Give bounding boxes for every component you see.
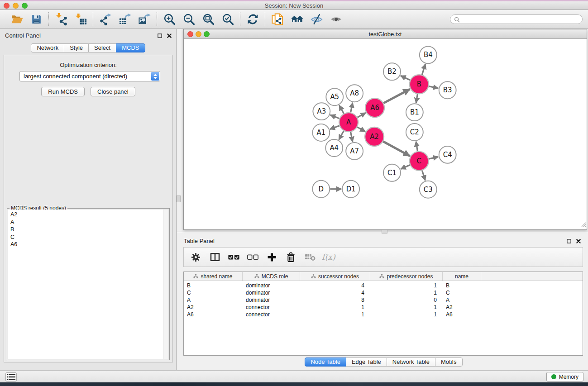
- node-A[interactable]: A: [339, 113, 358, 132]
- import-table-button[interactable]: [74, 12, 87, 26]
- close-window-button[interactable]: [4, 3, 10, 9]
- edge-A6-B[interactable]: [383, 89, 410, 103]
- mcds-result-item[interactable]: A2: [10, 211, 168, 219]
- node-A4[interactable]: A4: [325, 139, 343, 157]
- export-image-button[interactable]: [138, 12, 151, 26]
- tab-network-table[interactable]: Network Table: [387, 357, 435, 367]
- table-row[interactable]: Adominator80A: [184, 296, 583, 304]
- edge-C-C3[interactable]: [422, 171, 425, 181]
- table-settings-button[interactable]: [188, 250, 203, 264]
- edge-B-B4[interactable]: [422, 64, 425, 75]
- network-window-titlebar[interactable]: testGlobe.txt: [184, 29, 587, 39]
- mcds-result-item[interactable]: A6: [10, 241, 168, 248]
- tab-node-table[interactable]: Node Table: [305, 357, 346, 367]
- node-D1[interactable]: D1: [342, 181, 359, 198]
- node-B1[interactable]: B1: [406, 104, 423, 121]
- function-builder-button[interactable]: f(x): [321, 250, 336, 264]
- column-header-predecessor-nodes[interactable]: predecessor nodes: [370, 272, 443, 281]
- edge-C-C2[interactable]: [416, 142, 417, 152]
- network-minimize-button[interactable]: [196, 31, 201, 37]
- node-A7[interactable]: A7: [346, 143, 363, 160]
- node-A8[interactable]: A8: [346, 85, 363, 102]
- export-network-button[interactable]: [99, 12, 112, 26]
- optimization-criterion-select[interactable]: largest connected component (directed): [19, 71, 160, 81]
- vertical-splitter-grip[interactable]: [177, 195, 181, 202]
- new-network-from-selection-button[interactable]: [271, 12, 284, 26]
- edge-A-A7[interactable]: [351, 132, 353, 142]
- apply-layout-button[interactable]: [246, 12, 259, 26]
- zoom-window-button[interactable]: [22, 3, 28, 9]
- float-table-panel-icon[interactable]: [566, 238, 572, 244]
- search-input[interactable]: [450, 14, 583, 24]
- tab-select[interactable]: Select: [88, 43, 116, 52]
- save-session-button[interactable]: [29, 12, 43, 26]
- network-zoom-button[interactable]: [204, 31, 210, 37]
- node-B[interactable]: B: [410, 75, 429, 94]
- minimize-window-button[interactable]: [13, 3, 19, 9]
- mcds-result-list[interactable]: A2ABCA6: [8, 210, 168, 359]
- tab-mcds[interactable]: MCDS: [116, 43, 145, 52]
- network-canvas[interactable]: B4B2BB3A8A5A6A3B1AA1C2A2A4A7C4CC1C3DD1: [184, 39, 587, 229]
- network-graph[interactable]: B4B2BB3A8A5A6A3B1AA1C2A2A4A7C4CC1C3DD1: [184, 39, 587, 229]
- memory-button[interactable]: Memory: [546, 372, 583, 381]
- node-A6[interactable]: A6: [365, 98, 384, 117]
- import-network-button[interactable]: [54, 12, 68, 26]
- show-tasks-button[interactable]: [5, 372, 17, 381]
- zoom-in-button[interactable]: [163, 12, 176, 26]
- eye-slash-button[interactable]: [310, 12, 323, 26]
- node-B2[interactable]: B2: [383, 63, 401, 80]
- eye-button[interactable]: [329, 12, 343, 26]
- tab-style[interactable]: Style: [64, 43, 89, 52]
- node-A5[interactable]: A5: [326, 88, 343, 105]
- delete-table-button[interactable]: [302, 250, 317, 264]
- edge-A-A5[interactable]: [339, 105, 344, 114]
- node-C3[interactable]: C3: [420, 181, 437, 198]
- mcds-result-item[interactable]: B: [10, 226, 168, 234]
- edge-B-B1[interactable]: [416, 94, 417, 103]
- mcds-result-item[interactable]: C: [10, 234, 168, 241]
- edge-A-A8[interactable]: [351, 103, 353, 113]
- edge-A-A4[interactable]: [339, 131, 344, 139]
- zoom-fit-button[interactable]: [201, 12, 215, 26]
- table-row[interactable]: A2connector11A2: [184, 304, 583, 311]
- node-C[interactable]: C: [410, 152, 429, 171]
- tab-motifs[interactable]: Motifs: [435, 357, 463, 367]
- close-table-panel-icon[interactable]: [576, 238, 581, 244]
- node-A3[interactable]: A3: [313, 103, 330, 120]
- column-header-successor-nodes[interactable]: successor nodes: [300, 272, 370, 281]
- export-table-button[interactable]: [118, 12, 132, 26]
- unselect-all-columns-button[interactable]: [245, 250, 260, 264]
- zoom-selected-button[interactable]: [221, 12, 234, 26]
- edge-C-C4[interactable]: [429, 157, 438, 159]
- node-B4[interactable]: B4: [420, 46, 437, 63]
- node-D[interactable]: D: [312, 181, 330, 198]
- tab-network[interactable]: Network: [31, 43, 64, 52]
- table-row[interactable]: Cdominator41C: [184, 289, 583, 296]
- result-scrollbar[interactable]: [163, 210, 168, 359]
- resize-grip-icon[interactable]: [580, 221, 586, 229]
- table-row[interactable]: A6connector11A6: [184, 311, 583, 318]
- create-column-button[interactable]: [264, 250, 279, 264]
- edge-A-A6[interactable]: [357, 113, 366, 117]
- close-panel-button[interactable]: Close panel: [91, 87, 135, 96]
- node-A1[interactable]: A1: [312, 124, 330, 141]
- edge-B-B2[interactable]: [401, 76, 410, 80]
- edge-A-A2[interactable]: [357, 127, 365, 132]
- node-A2[interactable]: A2: [365, 127, 384, 146]
- run-mcds-button[interactable]: Run MCDS: [41, 87, 85, 96]
- edge-C-C1[interactable]: [401, 165, 410, 169]
- node-C1[interactable]: C1: [383, 164, 401, 181]
- delete-columns-button[interactable]: [283, 250, 298, 264]
- edge-A-A3[interactable]: [330, 115, 339, 119]
- horizontal-splitter-grip[interactable]: [382, 230, 387, 234]
- column-header-name[interactable]: name: [443, 272, 481, 281]
- node-C2[interactable]: C2: [406, 124, 423, 141]
- column-header-shared-name[interactable]: shared name: [184, 272, 243, 281]
- zoom-out-button[interactable]: [182, 12, 196, 26]
- close-panel-icon[interactable]: [167, 33, 172, 38]
- open-session-button[interactable]: [10, 12, 24, 26]
- select-all-columns-button[interactable]: [226, 250, 241, 264]
- column-header-mcds-role[interactable]: MCDS role: [243, 272, 300, 281]
- mcds-result-item[interactable]: A: [10, 219, 168, 226]
- edge-B-B3[interactable]: [429, 86, 438, 88]
